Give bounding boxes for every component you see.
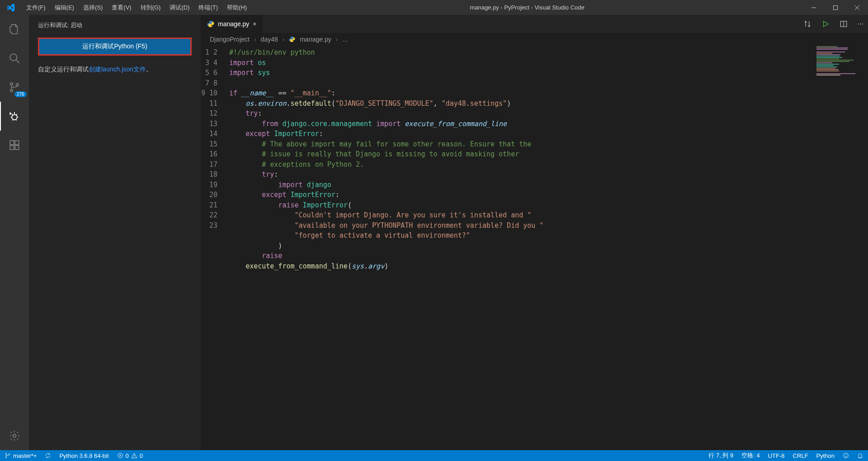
code-editor[interactable]: 1 2 3 4 5 6 7 8 9 10 11 12 13 14 15 16 1… [201,46,868,450]
svg-point-6 [10,83,13,85]
status-feedback-icon[interactable] [843,452,849,459]
minimize-button[interactable] [803,0,825,15]
more-actions-icon[interactable]: ··· [858,20,863,28]
search-icon[interactable] [0,44,29,73]
status-notifications-icon[interactable] [857,452,863,459]
chevron-right-icon: › [283,36,285,43]
svg-point-4 [10,54,17,61]
sidebar-header: 运行和调试: 启动 [38,21,192,29]
source-control-icon[interactable]: 276 [0,73,29,102]
breadcrumbs[interactable]: DjangoProject › day48 › manage.py › ... [201,33,868,46]
tab-filename: manage.py [218,20,249,28]
maximize-button[interactable] [825,0,846,15]
branch-name: master*+ [13,452,37,459]
menu-select[interactable]: 选择(S) [79,4,107,12]
status-encoding[interactable]: UTF-8 [768,452,785,459]
run-debug-sidebar: 运行和调试: 启动 运行和调试Python (F5) 自定义运行和调试创建lau… [29,15,201,450]
settings-icon[interactable] [0,421,29,450]
extensions-icon[interactable] [0,131,29,160]
window-title: manage.py - PyProject - Visual Studio Co… [251,4,803,11]
breadcrumb-item[interactable]: manage.py [300,36,331,43]
menu-terminal[interactable]: 终端(T) [194,4,222,12]
menu-help[interactable]: 帮助(H) [222,4,251,12]
svg-point-26 [845,455,845,455]
svg-point-27 [846,455,847,455]
minimap[interactable] [814,46,868,450]
menu-file[interactable]: 文件(F) [22,4,50,12]
scm-badge: 276 [14,91,27,97]
menu-view[interactable]: 查看(V) [107,4,136,12]
svg-point-17 [5,453,6,454]
svg-rect-12 [15,146,19,150]
run-debug-icon[interactable] [0,102,29,131]
menu-debug[interactable]: 调试(D) [165,4,194,12]
code-content[interactable]: #!/usr/bin/env python import os import s… [226,46,868,450]
chevron-right-icon: › [254,36,256,43]
tab-close-icon[interactable]: × [253,20,256,28]
svg-point-19 [9,454,9,455]
title-bar: 文件(F) 编辑(E) 选择(S) 查看(V) 转到(G) 调试(D) 终端(T… [0,0,868,15]
breadcrumb-item[interactable]: DjangoProject [210,36,250,43]
run-file-icon[interactable] [821,20,830,28]
tab-bar: manage.py × ··· [201,15,868,33]
svg-rect-10 [10,141,14,145]
status-indentation[interactable]: 空格: 4 [741,452,760,460]
error-count: 0 [126,452,129,459]
split-editor-icon[interactable] [840,20,848,28]
status-bar: master*+ Python 3.6.8 64-bit 0 0 行 7, 列 … [0,450,868,461]
hint-prefix: 自定义运行和调试 [38,66,89,73]
hint-suffix: 。 [146,66,152,73]
svg-point-7 [10,89,13,92]
status-cursor-position[interactable]: 行 7, 列 9 [708,452,733,460]
warning-count: 0 [140,452,143,459]
svg-point-8 [16,84,19,86]
run-and-debug-button[interactable]: 运行和调试Python (F5) [38,38,192,56]
menu-edit[interactable]: 编辑(E) [50,4,79,12]
svg-point-14 [13,434,16,437]
svg-point-25 [844,453,849,458]
status-python-env[interactable]: Python 3.6.8 64-bit [59,452,108,459]
compare-changes-icon[interactable] [803,20,811,28]
activity-bar: 276 [0,15,29,450]
create-launch-json-link[interactable]: 创建launch.json文件 [89,66,146,73]
status-eol[interactable]: CRLF [793,452,808,459]
status-branch[interactable]: master*+ [5,452,37,459]
menu-goto[interactable]: 转到(G) [136,4,165,12]
status-problems[interactable]: 0 0 [117,452,143,459]
editor-tab[interactable]: manage.py × [201,15,263,33]
svg-point-18 [5,457,6,458]
python-file-icon [207,20,214,28]
status-sync-icon[interactable] [45,452,51,459]
svg-line-5 [16,60,19,63]
svg-rect-13 [15,141,19,145]
vscode-logo-icon [0,4,22,12]
editor-actions: ··· [803,20,863,28]
close-button[interactable] [846,0,868,15]
breadcrumb-file-icon [289,36,295,42]
svg-point-24 [134,457,134,457]
status-language[interactable]: Python [816,452,835,459]
svg-rect-11 [10,146,14,150]
menu-bar: 文件(F) 编辑(E) 选择(S) 查看(V) 转到(G) 调试(D) 终端(T… [22,4,251,12]
chevron-right-icon: › [336,36,338,43]
svg-rect-1 [834,5,838,9]
breadcrumb-item[interactable]: ... [342,36,348,43]
breadcrumb-item[interactable]: day48 [261,36,278,43]
line-numbers: 1 2 3 4 5 6 7 8 9 10 11 12 13 14 15 16 1… [201,46,226,450]
window-controls [803,0,868,15]
sidebar-hint: 自定义运行和调试创建launch.json文件。 [38,65,192,74]
explorer-icon[interactable] [0,15,29,44]
editor-area: manage.py × ··· DjangoProject › day4 [201,15,868,450]
